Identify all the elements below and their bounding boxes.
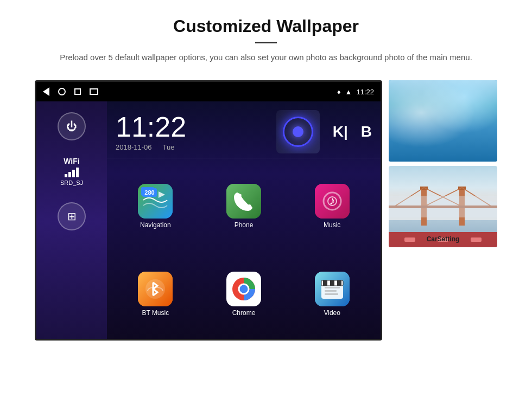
home-icon[interactable] [58, 88, 66, 95]
page-title: Customized Wallpaper [54, 16, 478, 36]
app-phone[interactable]: Phone [200, 163, 288, 251]
svg-rect-25 [389, 80, 497, 162]
svg-marker-32 [435, 80, 440, 94]
svg-rect-20 [330, 280, 334, 286]
chrome-icon [226, 272, 261, 306]
svg-point-26 [400, 88, 486, 153]
phone-icon [226, 184, 261, 219]
svg-rect-23 [325, 290, 337, 292]
svg-marker-33 [454, 80, 460, 99]
app-bt-music[interactable]: BT Music [111, 251, 200, 338]
status-time: 11:22 [356, 88, 374, 96]
left-sidebar: ⏻ WiFi SRD_SJ ⊞ [36, 101, 107, 341]
svg-text:♪: ♪ [329, 194, 335, 207]
svg-marker-30 [400, 80, 405, 97]
svg-rect-21 [337, 280, 341, 286]
power-button[interactable]: ⏻ [58, 112, 86, 140]
svg-marker-27 [389, 80, 497, 162]
wifi-label: WiFi [60, 157, 83, 165]
b-icon: B [361, 123, 372, 140]
video-svg [315, 272, 350, 306]
page-description: Preload over 5 default wallpaper options… [54, 51, 478, 64]
nav-map-svg: 280 [138, 184, 173, 219]
wifi-bar-4 [76, 168, 79, 177]
wallpaper-panel: CarSetting [389, 80, 497, 341]
svg-rect-24 [325, 293, 338, 295]
clock-day: Tue [163, 143, 175, 151]
svg-marker-31 [416, 80, 422, 102]
app-chrome[interactable]: Chrome [200, 251, 288, 338]
music-label: Music [324, 221, 340, 229]
video-label: Video [324, 309, 340, 317]
wifi-bars [60, 168, 83, 177]
car-setting-icon-1 [404, 237, 415, 242]
wallpaper-bridge[interactable]: CarSetting [389, 166, 497, 247]
bt-svg [138, 272, 173, 306]
video-icon [315, 272, 350, 306]
phone-label: Phone [235, 221, 254, 229]
ki-icon: K| [333, 123, 348, 140]
clock-date: 2018-11-06 [116, 143, 152, 151]
status-bar: ♦ ▲ 11:22 [36, 82, 381, 101]
wifi-ssid: SRD_SJ [60, 179, 83, 186]
svg-rect-1 [141, 187, 154, 196]
app-grid: 280 Navigation [107, 158, 381, 341]
navigation-label: Navigation [140, 221, 171, 229]
clock-section: 11:22 2018-11-06 Tue [116, 113, 268, 151]
svg-rect-0 [138, 184, 173, 219]
car-setting-label: CarSetting [427, 235, 460, 243]
wifi-info: WiFi SRD_SJ [60, 157, 83, 186]
ice-cave-svg [389, 80, 497, 162]
svg-marker-28 [389, 91, 497, 162]
back-icon[interactable] [43, 87, 49, 96]
music-icon: ♪ [315, 184, 350, 219]
bt-music-label: BT Music [142, 309, 169, 317]
power-icon: ⏻ [66, 120, 77, 133]
clock-area: 11:22 2018-11-06 Tue K| B [107, 101, 381, 158]
music-svg: ♪ [315, 184, 350, 219]
apps-icon: ⊞ [67, 210, 77, 223]
screenshot-icon[interactable] [90, 88, 98, 95]
title-divider [255, 42, 277, 43]
page-header: Customized Wallpaper Preload over 5 defa… [0, 0, 532, 75]
content-area: ♦ ▲ 11:22 ⏻ WiFi [0, 75, 532, 341]
svg-rect-47 [389, 196, 497, 217]
wifi-bar-1 [65, 174, 67, 177]
svg-point-29 [427, 86, 459, 107]
app-music[interactable]: ♪ Music [288, 163, 376, 251]
clock-date-row: 2018-11-06 Tue [116, 143, 268, 151]
svg-point-14 [239, 285, 248, 293]
car-setting-icon-3 [471, 237, 482, 242]
recent-icon[interactable] [74, 88, 81, 95]
wallpaper-ice[interactable] [389, 80, 497, 162]
wifi-bar-2 [68, 172, 71, 177]
status-left [43, 87, 98, 96]
android-screen: ♦ ▲ 11:22 ⏻ WiFi [35, 80, 382, 341]
radio-widget[interactable] [276, 110, 320, 153]
status-right: ♦ ▲ 11:22 [337, 88, 374, 96]
phone-svg [226, 184, 261, 219]
app-video[interactable]: Video [288, 251, 376, 338]
chrome-svg [231, 276, 257, 302]
location-icon: ♦ [337, 88, 341, 96]
apps-button[interactable]: ⊞ [58, 202, 86, 230]
wifi-bar-3 [72, 170, 75, 177]
svg-text:280: 280 [144, 189, 152, 195]
center-content: 11:22 2018-11-06 Tue K| B [107, 101, 381, 341]
bt-music-icon [138, 272, 173, 306]
svg-rect-19 [323, 280, 327, 286]
chrome-label: Chrome [232, 309, 256, 317]
clock-display: 11:22 [116, 113, 268, 141]
screen-body: ⏻ WiFi SRD_SJ ⊞ [36, 101, 381, 341]
svg-rect-22 [325, 287, 340, 288]
svg-marker-34 [473, 80, 478, 95]
app-navigation[interactable]: 280 Navigation [111, 163, 200, 251]
navigation-icon: 280 [138, 184, 173, 219]
wifi-status-icon: ▲ [345, 88, 352, 96]
